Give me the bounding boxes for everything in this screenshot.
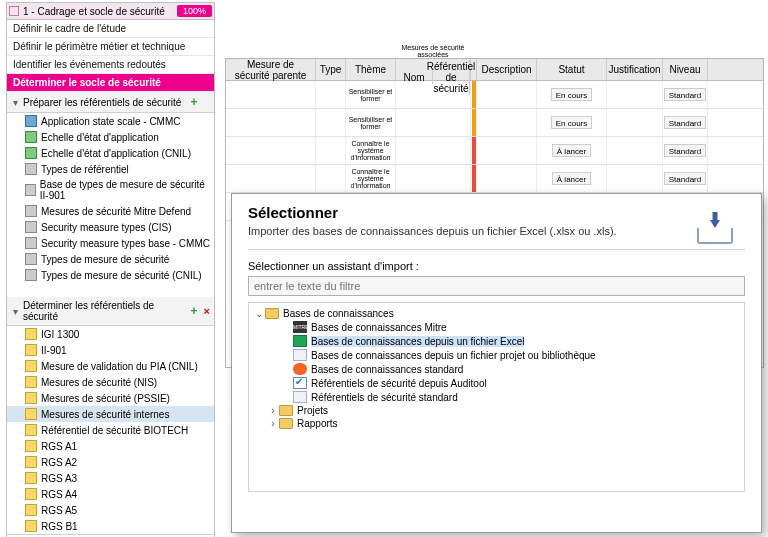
ref-label: Security measure types (CIS) — [41, 222, 172, 233]
ref-icon — [25, 440, 37, 452]
ref-item[interactable]: RGS A5 — [7, 502, 214, 518]
ref-item[interactable]: Types de référentiel — [7, 161, 214, 177]
ref-item[interactable]: Types de mesure de sécurité — [7, 251, 214, 267]
ref-label: RGS A5 — [41, 505, 77, 516]
dialog-title: Sélectionner — [248, 204, 745, 221]
col-stat[interactable]: Statut — [537, 59, 607, 80]
tree-item-label: Bases de connaissances depuis un fichier… — [311, 350, 596, 361]
tree-item[interactable]: Référentiels de sécurité depuis Auditool — [253, 376, 740, 390]
add-icon[interactable]: + — [191, 304, 198, 318]
ref-item[interactable]: RGS A2 — [7, 454, 214, 470]
task-perimetre[interactable]: Définir le périmètre métier et technique — [7, 38, 214, 56]
chevron-right-icon[interactable]: › — [267, 418, 279, 429]
ref-item[interactable]: RGS A4 — [7, 486, 214, 502]
ref-item[interactable]: Echelle d'état d'application — [7, 129, 214, 145]
ref-label: RGS A1 — [41, 441, 77, 452]
import-tree[interactable]: ⌄ Bases de connaissances MITREBases de c… — [248, 302, 745, 492]
ref-item[interactable]: RGS A3 — [7, 470, 214, 486]
ref-item[interactable]: Types de mesure de sécurité (CNIL) — [7, 267, 214, 283]
ref-icon — [25, 221, 37, 233]
tree-item-label: Référentiels de sécurité standard — [311, 392, 458, 403]
ref-item[interactable]: Mesure de validation du PIA (CNIL) — [7, 358, 214, 374]
ref-label: Base de types de mesure de sécurité II-9… — [40, 179, 210, 201]
header-icon — [9, 6, 19, 16]
ref-icon — [25, 472, 37, 484]
col-type[interactable]: Type — [316, 59, 346, 80]
xl-icon — [293, 335, 307, 347]
col-theme[interactable]: Thème — [346, 59, 396, 80]
ref-icon — [25, 184, 36, 196]
ref-item[interactable]: Référentiel de sécurité BIOTECH — [7, 422, 214, 438]
section-preparer[interactable]: ▾ Préparer les référentiels de sécurité … — [7, 92, 214, 113]
ref-item[interactable]: Mesures de sécurité (NIS) — [7, 374, 214, 390]
ref-item[interactable]: Base de types de mesure de sécurité II-9… — [7, 177, 214, 203]
col-parent[interactable]: Mesure de sécurité parente — [226, 59, 316, 80]
chevron-down-icon[interactable]: ⌄ — [253, 308, 265, 319]
ref-item[interactable]: Application state scale - CMMC — [7, 113, 214, 129]
ref-label: II-901 — [41, 345, 67, 356]
delete-icon[interactable]: × — [204, 305, 210, 317]
ref-icon — [25, 408, 37, 420]
tree-item[interactable]: Bases de connaissances depuis un fichier… — [253, 348, 740, 362]
tree-item[interactable]: Bases de connaissances standard — [253, 362, 740, 376]
tree-item-label: Référentiels de sécurité depuis Auditool — [311, 378, 487, 389]
ref-icon — [25, 115, 37, 127]
std-icon — [293, 363, 307, 375]
table-row[interactable]: Connaître le système d'informationÀ lanc… — [226, 165, 763, 193]
sheet-header-row: Mesure de sécurité parente Type Thème Me… — [226, 59, 763, 81]
col-just[interactable]: Justification — [607, 59, 663, 80]
tree-item[interactable]: Référentiels de sécurité standard — [253, 390, 740, 404]
col-group[interactable]: Mesures de sécurité associées Nom Référe… — [396, 59, 471, 80]
mitre-icon: MITRE — [293, 321, 307, 333]
ref-item[interactable]: Security measure types base - CMMC — [7, 235, 214, 251]
col-niv[interactable]: Niveau — [663, 59, 708, 80]
ref-item[interactable]: Security measure types (CIS) — [7, 219, 214, 235]
ref-icon — [25, 147, 37, 159]
ref-label: Echelle d'état d'application — [41, 132, 159, 143]
add-icon[interactable]: + — [191, 95, 198, 109]
filter-input[interactable] — [248, 276, 745, 296]
col-desc[interactable]: Description — [477, 59, 537, 80]
ref-label: IGI 1300 — [41, 329, 79, 340]
tree-item[interactable]: MITREBases de connaissances Mitre — [253, 320, 740, 334]
tree-root[interactable]: ⌄ Bases de connaissances — [253, 307, 740, 320]
task-socle[interactable]: Déterminer le socle de sécurité — [7, 74, 214, 92]
ref-label: Mesures de sécurité (PSSIE) — [41, 393, 170, 404]
table-row[interactable]: Sensibiliser et formerEn coursStandard — [226, 109, 763, 137]
tree-item[interactable]: Bases de connaissances depuis un fichier… — [253, 334, 740, 348]
ref-label: Security measure types base - CMMC — [41, 238, 210, 249]
aud-icon — [293, 377, 307, 389]
doc-icon — [293, 349, 307, 361]
tree-item-label: Bases de connaissances standard — [311, 364, 463, 375]
table-row[interactable]: Connaître le système d'informationÀ lanc… — [226, 137, 763, 165]
ref-label: Types de référentiel — [41, 164, 129, 175]
section-determiner[interactable]: ▾ Déterminer les référentiels de sécurit… — [7, 297, 214, 326]
collapse-icon[interactable]: ▾ — [11, 97, 20, 108]
tree-projets[interactable]: › Projets — [253, 404, 740, 417]
ref-item[interactable]: Mesures de sécurité internes — [7, 406, 214, 422]
ref-icon — [25, 456, 37, 468]
ref-icon — [25, 504, 37, 516]
left-panel-header: 1 - Cadrage et socle de sécurité 100% — [7, 3, 214, 20]
ref-icon — [25, 488, 37, 500]
ref-icon — [25, 237, 37, 249]
ref-item[interactable]: RGS B1 — [7, 518, 214, 534]
ref-item[interactable]: Echelle d'état d'application (CNIL) — [7, 145, 214, 161]
chevron-right-icon[interactable]: › — [267, 405, 279, 416]
tree-rapports[interactable]: › Rapports — [253, 417, 740, 430]
collapse-icon[interactable]: ▾ — [11, 306, 20, 317]
ref-item[interactable]: IGI 1300 — [7, 326, 214, 342]
task-evenements[interactable]: Identifier les événements redoutés — [7, 56, 214, 74]
ref-item[interactable]: RGS A1 — [7, 438, 214, 454]
doc-icon — [293, 391, 307, 403]
ref-label: Application state scale - CMMC — [41, 116, 181, 127]
ref-label: Types de mesure de sécurité (CNIL) — [41, 270, 202, 281]
folder-icon — [265, 308, 279, 319]
ref-item[interactable]: Mesures de sécurité (PSSIE) — [7, 390, 214, 406]
ref-item[interactable]: Mesures de sécurité Mitre Defend — [7, 203, 214, 219]
task-cadre[interactable]: Définir le cadre de l'étude — [7, 20, 214, 38]
table-row[interactable]: Sensibiliser et formerEn coursStandard — [226, 81, 763, 109]
ref-icon — [25, 344, 37, 356]
ref-item[interactable]: II-901 — [7, 342, 214, 358]
folder-icon — [279, 418, 293, 429]
